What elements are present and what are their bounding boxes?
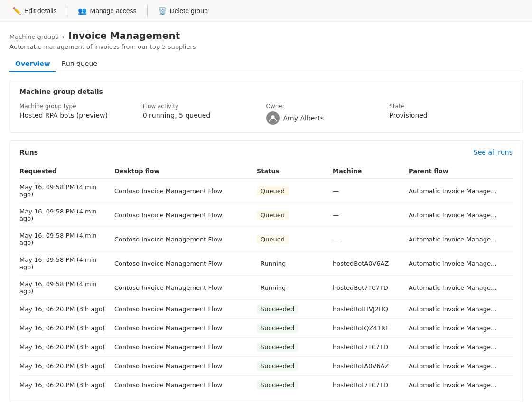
cell-requested: May 16, 09:58 PM (4 min ago) — [19, 203, 114, 227]
flow-activity-column: Flow activity 0 running, 5 queued — [143, 103, 266, 125]
avatar — [266, 111, 280, 125]
cell-parent-flow: Automatic Invoice Manage... — [409, 251, 513, 276]
cell-status: Succeeded — [257, 376, 333, 395]
cell-desktop-flow: Contoso Invoice Management Flow — [114, 376, 257, 395]
cell-machine: hostedBot7TC7TD — [333, 338, 409, 357]
edit-icon: ✏️ — [12, 7, 21, 15]
status-badge: Queued — [257, 186, 289, 195]
cell-requested: May 16, 09:58 PM (4 min ago) — [19, 251, 114, 276]
manage-icon: 👥 — [78, 7, 87, 15]
cell-status: Queued — [257, 179, 333, 203]
col-header-status: Status — [257, 164, 333, 179]
cell-machine: hostedBotQZ41RF — [333, 319, 409, 338]
cell-desktop-flow: Contoso Invoice Management Flow — [114, 179, 257, 203]
details-grid: Machine group type Hosted RPA bots (prev… — [19, 103, 513, 125]
type-column: Machine group type Hosted RPA bots (prev… — [19, 103, 143, 125]
tab-overview[interactable]: Overview — [9, 56, 56, 72]
cell-status: Queued — [257, 227, 333, 251]
table-row: May 16, 09:58 PM (4 min ago) Contoso Inv… — [19, 203, 513, 227]
cell-parent-flow: Automatic Invoice Manage... — [409, 357, 513, 376]
cell-requested: May 16, 06:20 PM (3 h ago) — [19, 376, 114, 395]
status-badge: Running — [257, 259, 289, 268]
breadcrumb: Machine groups › Invoice Management — [9, 30, 523, 41]
cell-machine: hostedBot7TC7TD — [333, 376, 409, 395]
delete-group-button[interactable]: 🗑️ Delete group — [153, 4, 213, 18]
edit-details-button[interactable]: ✏️ Edit details — [8, 4, 61, 18]
runs-title: Runs — [19, 148, 38, 156]
state-column: State Provisioned — [389, 103, 513, 125]
cell-parent-flow: Automatic Invoice Manage... — [409, 179, 513, 203]
table-row: May 16, 09:58 PM (4 min ago) Contoso Inv… — [19, 276, 513, 300]
cell-machine: hostedBotA0V6AZ — [333, 251, 409, 276]
cell-status: Succeeded — [257, 319, 333, 338]
cell-desktop-flow: Contoso Invoice Management Flow — [114, 357, 257, 376]
machine-group-details-card: Machine group details Machine group type… — [9, 80, 523, 133]
cell-parent-flow: Automatic Invoice Manage... — [409, 300, 513, 319]
cell-parent-flow: Automatic Invoice Manage... — [409, 338, 513, 357]
owner-label: Owner — [266, 103, 390, 110]
breadcrumb-current: Invoice Management — [68, 30, 180, 41]
state-label: State — [389, 103, 513, 110]
table-row: May 16, 06:20 PM (3 h ago) Contoso Invoi… — [19, 300, 513, 319]
cell-desktop-flow: Contoso Invoice Management Flow — [114, 203, 257, 227]
edit-label: Edit details — [24, 7, 56, 15]
cell-requested: May 16, 06:20 PM (3 h ago) — [19, 357, 114, 376]
cell-machine: hostedBotA0V6AZ — [333, 357, 409, 376]
status-badge: Queued — [257, 211, 289, 220]
breadcrumb-parent-link[interactable]: Machine groups — [9, 33, 58, 40]
page-subtitle: Automatic management of invoices from ou… — [9, 43, 523, 50]
flow-label: Flow activity — [143, 103, 266, 110]
cell-requested: May 16, 06:20 PM (3 h ago) — [19, 300, 114, 319]
delete-icon: 🗑️ — [158, 7, 167, 15]
toolbar-divider-2 — [147, 5, 148, 17]
status-badge: Succeeded — [257, 324, 298, 333]
table-row: May 16, 06:20 PM (3 h ago) Contoso Invoi… — [19, 338, 513, 357]
runs-header: Runs See all runs — [19, 148, 513, 156]
cell-desktop-flow: Contoso Invoice Management Flow — [114, 300, 257, 319]
cell-machine: hostedBotHVJ2HQ — [333, 300, 409, 319]
toolbar: ✏️ Edit details 👥 Manage access 🗑️ Delet… — [0, 0, 532, 22]
cell-machine: — — [333, 179, 409, 203]
cell-requested: May 16, 06:20 PM (3 h ago) — [19, 319, 114, 338]
owner-column: Owner Amy Alberts — [266, 103, 390, 125]
status-badge: Succeeded — [257, 305, 298, 314]
cell-requested: May 16, 06:20 PM (3 h ago) — [19, 338, 114, 357]
cell-requested: May 16, 09:58 PM (4 min ago) — [19, 227, 114, 251]
see-all-runs-link[interactable]: See all runs — [474, 148, 513, 156]
tabs: Overview Run queue — [9, 56, 523, 72]
col-header-machine: Machine — [333, 164, 409, 179]
table-row: May 16, 09:58 PM (4 min ago) Contoso Inv… — [19, 251, 513, 276]
delete-label: Delete group — [170, 7, 208, 15]
cell-machine: hostedBot7TC7TD — [333, 276, 409, 300]
status-badge: Succeeded — [257, 343, 298, 352]
cell-status: Succeeded — [257, 357, 333, 376]
main-content: Machine group details Machine group type… — [0, 72, 532, 410]
cell-machine: — — [333, 203, 409, 227]
flow-value: 0 running, 5 queued — [143, 111, 266, 119]
cell-desktop-flow: Contoso Invoice Management Flow — [114, 251, 257, 276]
cell-parent-flow: Automatic Invoice Manage... — [409, 319, 513, 338]
cell-desktop-flow: Contoso Invoice Management Flow — [114, 276, 257, 300]
col-header-parent: Parent flow — [409, 164, 513, 179]
cell-requested: May 16, 09:58 PM (4 min ago) — [19, 179, 114, 203]
status-badge: Succeeded — [257, 380, 298, 389]
tab-run-queue[interactable]: Run queue — [56, 56, 103, 72]
manage-access-button[interactable]: 👥 Manage access — [73, 4, 141, 18]
cell-desktop-flow: Contoso Invoice Management Flow — [114, 338, 257, 357]
details-card-title: Machine group details — [19, 88, 513, 95]
table-row: May 16, 09:58 PM (4 min ago) Contoso Inv… — [19, 179, 513, 203]
status-badge: Running — [257, 283, 289, 292]
table-row: May 16, 06:20 PM (3 h ago) Contoso Invoi… — [19, 357, 513, 376]
cell-parent-flow: Automatic Invoice Manage... — [409, 227, 513, 251]
status-badge: Succeeded — [257, 361, 298, 371]
runs-table: Requested Desktop flow Status Machine Pa… — [19, 164, 513, 394]
cell-desktop-flow: Contoso Invoice Management Flow — [114, 227, 257, 251]
cell-machine: — — [333, 227, 409, 251]
cell-status: Running — [257, 276, 333, 300]
col-header-requested: Requested — [19, 164, 114, 179]
runs-card: Runs See all runs Requested Desktop flow… — [9, 140, 523, 402]
owner-value: Amy Alberts — [283, 114, 324, 122]
owner-row: Amy Alberts — [266, 111, 390, 125]
table-row: May 16, 06:20 PM (3 h ago) Contoso Invoi… — [19, 319, 513, 338]
table-row: May 16, 06:20 PM (3 h ago) Contoso Invoi… — [19, 376, 513, 395]
